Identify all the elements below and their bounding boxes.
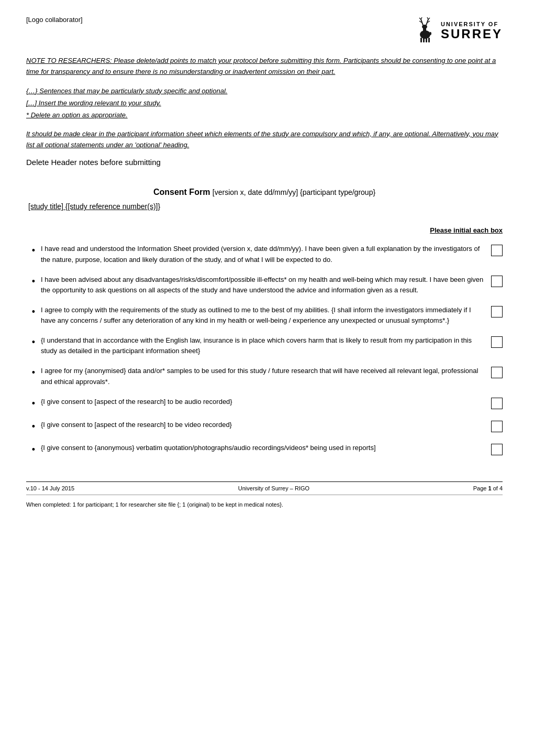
svg-rect-7	[428, 38, 430, 42]
bullet-icon: •	[26, 275, 41, 288]
bullet-icon: •	[26, 305, 41, 319]
footer-rigo-text: University of Surrey – RIGO	[238, 485, 309, 491]
collaborator-logo: [Logo collaborator]	[26, 16, 83, 24]
svg-rect-1	[423, 28, 426, 35]
page-suffix: of 4	[492, 485, 503, 491]
logo-text: [Logo collaborator]	[26, 16, 83, 24]
consent-item-text-5: I agree for my {anonymised} data and/or*…	[41, 366, 491, 387]
consent-checkbox-8[interactable]	[491, 444, 503, 455]
list-item: • I have been advised about any disadvan…	[26, 275, 503, 295]
consent-item-text-7: {I give consent to [aspect of the resear…	[41, 420, 491, 430]
svg-point-16	[429, 32, 431, 35]
consent-item-text-1: I have read and understood the Informati…	[41, 244, 491, 265]
study-title-line: [study title] {[study reference number(s…	[26, 202, 503, 211]
bullet-icon: •	[26, 244, 41, 257]
university-logo: UNIVERSITY OF SURREY	[414, 16, 503, 46]
bullet-icon: •	[26, 443, 41, 456]
instruction-line2: […] Insert the wording relevant to your …	[26, 97, 503, 109]
list-item: • {I give consent to [aspect of the rese…	[26, 397, 503, 410]
svg-rect-4	[420, 38, 422, 42]
footer-version: v.10 - 14 July 2015	[26, 485, 74, 491]
delete-header-note: Delete Header notes before submitting	[26, 158, 503, 167]
note-text: NOTE TO RESEARCHERS: Please delete/add p…	[26, 57, 496, 75]
consent-checkbox-4[interactable]	[491, 336, 503, 348]
bullet-icon: •	[26, 366, 41, 379]
bottom-divider	[26, 495, 503, 495]
consent-checkbox-7[interactable]	[491, 421, 503, 432]
consent-version-info: [version x, date dd/mm/yy] {participant …	[213, 188, 375, 196]
consent-item-text-8: {I give consent to {anonymous} verbatim …	[41, 443, 491, 453]
consent-item-text-4: {I understand that in accordance with th…	[41, 335, 491, 356]
list-item: • I agree for my {anonymised} data and/o…	[26, 366, 503, 387]
consent-form-title: Consent Form [version x, date dd/mm/yy] …	[153, 188, 375, 196]
footer-page: Page 1 of 4	[473, 485, 503, 491]
svg-line-15	[427, 17, 428, 19]
list-item: • {I give consent to [aspect of the rese…	[26, 420, 503, 433]
consent-checkbox-6[interactable]	[491, 398, 503, 409]
version-text: v.10 - 14 July 2015	[26, 485, 74, 491]
clarity-text: It should be made clear in the participa…	[26, 130, 498, 149]
consent-form-title-area: Consent Form [version x, date dd/mm/yy] …	[26, 188, 503, 197]
list-item: • {I give consent to {anonymous} verbati…	[26, 443, 503, 456]
list-item: • {I understand that in accordance with …	[26, 335, 503, 356]
list-item: • I have read and understood the Informa…	[26, 244, 503, 265]
svg-rect-5	[423, 38, 425, 42]
instruction-line3: * Delete an option as appropriate.	[26, 109, 503, 121]
consent-item-text-6: {I give consent to [aspect of the resear…	[41, 397, 491, 407]
consent-checkbox-3[interactable]	[491, 306, 503, 317]
footer-center: University of Surrey – RIGO	[238, 485, 309, 491]
page-text: Page	[473, 485, 488, 491]
surrey-deer-svg	[414, 16, 437, 43]
delete-header-text: Delete Header notes before submitting	[26, 158, 161, 167]
consent-checkbox-1[interactable]	[491, 245, 503, 256]
page-header: [Logo collaborator]	[26, 16, 503, 46]
deer-icon	[414, 16, 437, 46]
consent-title-text: Consent Form	[153, 188, 210, 196]
consent-checkbox-2[interactable]	[491, 276, 503, 287]
svg-rect-6	[426, 38, 427, 42]
page-footer: v.10 - 14 July 2015 University of Surrey…	[26, 481, 503, 491]
consent-item-text-3: I agree to comply with the requirements …	[41, 305, 491, 326]
instruction-line1: {…} Sentences that may be particularly s…	[26, 85, 503, 97]
svg-point-3	[423, 28, 426, 29]
svg-line-11	[421, 17, 422, 19]
bottom-note-text: When completed: 1 for participant; 1 for…	[26, 501, 283, 508]
initial-each-box-label: Please initial each box	[26, 226, 503, 234]
consent-checkbox-5[interactable]	[491, 367, 503, 378]
instructions-section: {…} Sentences that may be particularly s…	[26, 85, 503, 122]
consent-item-text-2: I have been advised about any disadvanta…	[41, 275, 491, 295]
bullet-icon: •	[26, 420, 41, 433]
consent-items-list: • I have read and understood the Informa…	[26, 244, 503, 466]
initial-label-text: Please initial each box	[430, 226, 503, 234]
university-name: UNIVERSITY OF SURREY	[441, 21, 503, 41]
surrey-label: SURREY	[441, 27, 503, 41]
bullet-icon: •	[26, 397, 41, 410]
study-title-text: [study title] {[study reference number(s…	[28, 202, 160, 211]
list-item: • I agree to comply with the requirement…	[26, 305, 503, 326]
clarity-note: It should be made clear in the participa…	[26, 129, 503, 151]
version-info-text: [version x, date dd/mm/yy] {participant …	[213, 188, 375, 196]
bottom-note: When completed: 1 for participant; 1 for…	[26, 499, 503, 508]
note-to-researchers: NOTE TO RESEARCHERS: Please delete/add p…	[26, 56, 503, 78]
bullet-icon: •	[26, 335, 41, 349]
